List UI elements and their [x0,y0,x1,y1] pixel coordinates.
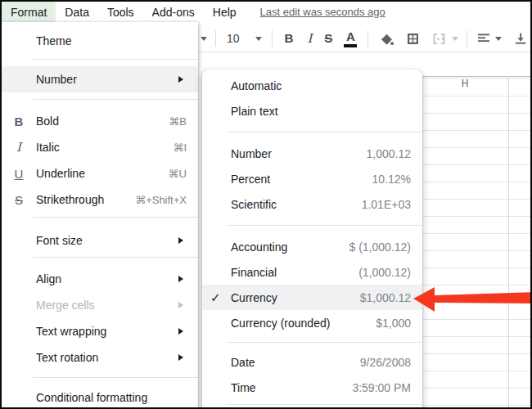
format-example: (1,000.12) [358,266,411,279]
merge-caret-icon [452,37,458,41]
menu-item-italic[interactable]: I Italic ⌘I [2,134,198,160]
submenu-arrow-icon [178,302,183,308]
submenu-item-plain-text[interactable]: Plain text [202,98,422,124]
menu-divider [33,377,198,378]
menu-item-merge-cells: Merge cells [2,292,198,318]
submenu-item-label: Date [231,356,360,369]
submenu-item-label: Percent [231,173,372,186]
menu-data[interactable]: Data [56,2,98,22]
menu-item-label: Bold [36,115,169,128]
menu-divider [33,59,198,60]
submenu-item-label: Number [231,147,367,160]
text-color-swatch [344,44,357,47]
merge-cells-icon [431,31,447,47]
menu-item-number[interactable]: Number [2,66,198,92]
menu-item-strikethrough[interactable]: S Strikethrough ⌘+Shift+X [2,187,198,213]
menu-shortcut: ⌘+Shift+X [135,194,187,206]
strikethrough-icon: S [2,193,36,207]
menu-format[interactable]: Format [2,2,56,22]
format-example: 9/26/2008 [360,356,411,369]
format-example: 1.01E+03 [362,198,411,211]
menu-item-conditional-formatting[interactable]: Conditional formatting [2,384,198,409]
menu-item-underline[interactable]: U Underline ⌘U [2,160,198,187]
column-gridline [508,76,509,407]
menu-item-label: Conditional formatting [36,391,187,404]
submenu-arrow-icon [178,354,183,361]
menu-item-text-rotation[interactable]: Text rotation [2,344,198,371]
menu-divider [33,217,198,218]
menu-item-text-wrapping[interactable]: Text wrapping [2,318,198,344]
menu-item-label: Text wrapping [36,325,178,338]
font-dropdown-caret-icon[interactable] [201,37,207,41]
italic-icon: I [2,140,36,155]
format-example: $1,000 [376,317,411,330]
menu-item-theme[interactable]: Theme [2,27,198,55]
last-edit-link[interactable]: Last edit was seconds ago [260,2,385,22]
submenu-item-automatic[interactable]: Automatic [202,73,422,98]
menu-item-label: Align [36,272,178,285]
submenu-item-currency-rounded[interactable]: Currency (rounded) $1,000 [202,310,422,335]
submenu-item-label: Scientific [231,198,362,211]
menu-help[interactable]: Help [204,2,246,22]
menu-item-label: Theme [36,34,187,47]
format-example: 3:59:00 PM [352,381,411,394]
fill-color-icon[interactable] [379,31,394,47]
menu-divider [33,99,198,100]
submenu-item-time[interactable]: Time 3:59:00 PM [202,375,422,400]
borders-icon[interactable] [405,31,421,47]
submenu-arrow-icon [178,76,183,83]
submenu-item-number[interactable]: Number 1,000.12 [202,141,422,166]
menu-bar: Format Data Tools Add-ons Help Last edit… [2,2,530,22]
submenu-item-accounting[interactable]: Accounting $ (1,000.12) [202,234,422,259]
menu-item-align[interactable]: Align [2,266,198,292]
format-example: $1,000.12 [360,291,411,304]
vertical-align-icon[interactable] [513,31,528,46]
menu-shortcut: ⌘U [169,168,187,180]
number-submenu-panel: Automatic Plain text Number 1,000.12 Per… [202,70,422,409]
submenu-item-financial[interactable]: Financial (1,000.12) [202,259,422,285]
italic-button[interactable]: I [307,32,312,45]
menu-item-label: Font size [36,234,178,247]
menu-item-label: Underline [36,167,169,180]
menu-item-label: Italic [36,141,173,154]
font-size-value[interactable]: 10 [227,32,240,45]
bold-button[interactable]: B [285,32,294,45]
submenu-item-percent[interactable]: Percent 10.12% [202,166,422,191]
toolbar-separator [467,30,467,47]
submenu-item-date[interactable]: Date 9/26/2008 [202,349,422,375]
strikethrough-button[interactable]: S [324,32,332,45]
submenu-item-currency[interactable]: ✓ Currency $1,000.12 [202,285,422,310]
format-example: $ (1,000.12) [349,240,412,254]
submenu-divider [227,342,422,343]
red-arrow-annotation-icon [409,282,532,315]
format-example: 10.12% [372,173,411,186]
submenu-arrow-icon [178,328,183,335]
menu-item-font-size[interactable]: Font size [2,227,198,254]
submenu-item-scientific[interactable]: Scientific 1.01E+03 [202,191,422,217]
submenu-item-label: Automatic [231,79,411,92]
menu-shortcut: ⌘I [173,142,187,154]
toolbar-separator [367,30,368,47]
menu-item-bold[interactable]: B Bold ⌘B [2,108,198,134]
column-header-h[interactable]: H [449,78,481,94]
submenu-item-label: Financial [231,266,358,279]
menu-divider [33,257,198,258]
toolbar: 10 B I S A [199,24,532,53]
horizontal-align-icon[interactable] [476,31,491,46]
submenu-divider [227,132,422,133]
text-color-button[interactable]: A [344,30,357,47]
menu-item-label: Merge cells [36,299,178,312]
submenu-item-label: Plain text [231,105,411,118]
submenu-arrow-icon [178,237,183,244]
menu-addons[interactable]: Add-ons [143,2,204,22]
submenu-divider [227,404,422,405]
submenu-item-label: Currency (rounded) [231,317,376,330]
menu-tools[interactable]: Tools [98,2,143,22]
horizontal-align-caret-icon[interactable] [495,37,502,41]
font-size-caret-icon[interactable] [255,37,262,41]
menu-shortcut: ⌘B [169,115,187,128]
text-color-letter: A [346,30,355,43]
menu-item-label: Strikethrough [36,193,135,206]
format-example: 1,000.12 [367,147,412,160]
submenu-item-label: Accounting [231,240,349,254]
